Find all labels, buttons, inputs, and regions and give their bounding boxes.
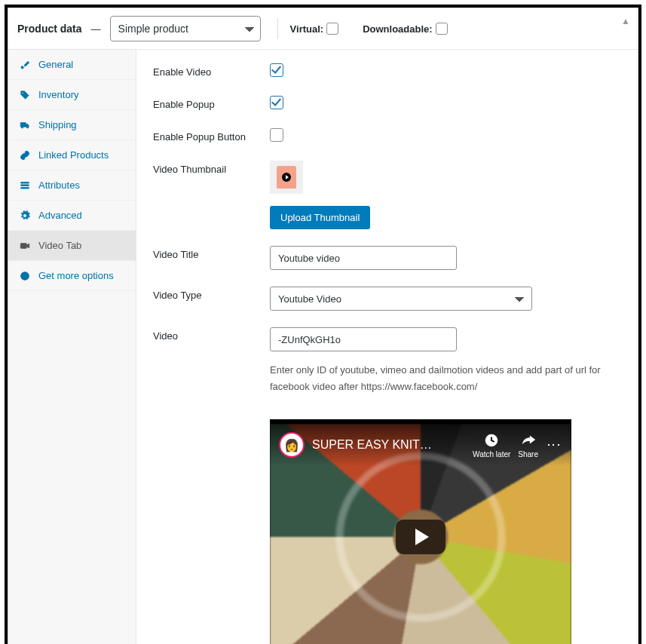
tab-label: Advanced — [38, 210, 82, 221]
video-overlay-top: 👩 SUPER EASY KNIT… Watch later Share — [270, 424, 571, 466]
tab-advanced[interactable]: Advanced — [8, 201, 136, 231]
watch-later-button[interactable]: Watch later — [473, 432, 510, 458]
thumbnail-preview[interactable] — [270, 161, 303, 194]
clock-icon — [483, 432, 500, 449]
enable-video-checkbox[interactable] — [270, 63, 283, 77]
tab-label: General — [38, 59, 73, 70]
video-help-text: Enter only ID of youtube, vimeo and dail… — [270, 362, 621, 395]
panel-header: Product data — Simple product Virtual: D… — [8, 8, 638, 50]
tab-get-more-options[interactable]: Get more options — [8, 261, 136, 291]
tab-label: Get more options — [38, 270, 114, 281]
enable-popup-checkbox[interactable] — [270, 96, 283, 109]
tab-label: Shipping — [38, 119, 77, 130]
channel-avatar[interactable]: 👩 — [279, 432, 305, 458]
enable-popup-label: Enable Popup — [153, 96, 270, 110]
downloadable-checkbox[interactable] — [436, 23, 448, 35]
tab-label: Video Tab — [38, 240, 81, 251]
enable-video-label: Enable Video — [153, 63, 270, 78]
tab-label: Inventory — [38, 89, 78, 100]
virtual-label: Virtual: — [290, 23, 324, 35]
product-data-panel: Product data — Simple product Virtual: D… — [8, 8, 638, 644]
link-icon — [19, 150, 31, 161]
gear-icon — [19, 210, 31, 221]
play-icon — [282, 173, 291, 182]
virtual-option[interactable]: Virtual: — [290, 23, 339, 35]
video-title-input[interactable] — [270, 246, 457, 270]
truck-icon — [19, 120, 31, 130]
share-button[interactable]: Share — [518, 432, 538, 458]
panel-title: Product data — [17, 23, 82, 35]
tab-label: Attributes — [38, 179, 80, 191]
svg-rect-3 — [20, 243, 26, 248]
tab-label: Linked Products — [38, 149, 109, 161]
dash: — — [91, 23, 101, 35]
video-type-select[interactable]: Youtube Video — [270, 287, 532, 311]
downloadable-label: Downloadable: — [363, 23, 432, 35]
svg-rect-1 — [21, 184, 29, 186]
play-button[interactable] — [396, 520, 445, 554]
tab-shipping[interactable]: Shipping — [8, 110, 136, 140]
enable-popup-button-checkbox[interactable] — [270, 128, 283, 142]
tab-general[interactable]: General — [8, 50, 136, 80]
video-id-input[interactable] — [270, 327, 457, 351]
tab-video[interactable]: Video Tab — [8, 231, 136, 261]
share-icon — [520, 432, 537, 449]
separator — [277, 18, 278, 39]
upload-thumbnail-button[interactable]: Upload Thumbnail — [270, 206, 370, 229]
tag-icon — [19, 90, 31, 100]
sidebar-tabs: General Inventory Shipping Linked Produc… — [8, 50, 136, 644]
video-thumbnail-label: Video Thumbnail — [153, 161, 270, 175]
plus-icon — [19, 271, 31, 281]
video-title-label: Video Title — [153, 246, 270, 260]
virtual-checkbox[interactable] — [326, 23, 338, 35]
svg-rect-0 — [21, 182, 29, 183]
video-label: Video — [153, 327, 270, 342]
video-type-label: Video Type — [153, 287, 270, 301]
downloadable-option[interactable]: Downloadable: — [363, 23, 447, 35]
tab-linked-products[interactable]: Linked Products — [8, 140, 136, 170]
product-type-select[interactable]: Simple product — [110, 16, 261, 41]
thumbnail-image — [277, 166, 296, 189]
tab-inventory[interactable]: Inventory — [8, 80, 136, 110]
content-area: Enable Video Enable Popup Enable Popup B… — [136, 50, 638, 644]
video-preview-title[interactable]: SUPER EASY KNIT… — [312, 438, 465, 452]
enable-popup-button-label: Enable Popup Button — [153, 128, 270, 143]
video-menu-button[interactable]: ⋮ — [546, 438, 562, 452]
video-preview[interactable]: 👩 SUPER EASY KNIT… Watch later Share — [270, 419, 571, 644]
list-icon — [19, 180, 31, 191]
svg-rect-2 — [21, 187, 29, 189]
tab-attributes[interactable]: Attributes — [8, 170, 136, 201]
wrench-icon — [19, 60, 31, 70]
camera-icon — [19, 241, 31, 251]
collapse-icon[interactable]: ▲ — [621, 16, 630, 26]
